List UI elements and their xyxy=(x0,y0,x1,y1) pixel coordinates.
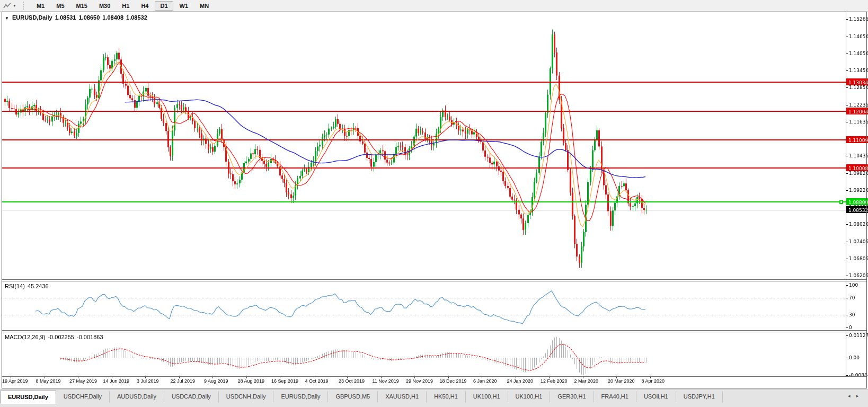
chart-tab-audusd-daily[interactable]: AUDUSD,Daily xyxy=(110,391,164,402)
collapse-chart-icon[interactable]: ▼ xyxy=(5,16,9,21)
chart-tab-usdcad-daily[interactable]: USDCAD,Daily xyxy=(164,391,219,402)
toolbar-grip xyxy=(23,2,26,10)
quote-high: 1.08650 xyxy=(78,14,100,21)
timeframe-button-mn[interactable]: MN xyxy=(194,1,214,11)
line-studies-icon[interactable] xyxy=(3,2,12,10)
date-tick-label: 20 Mar 2020 xyxy=(608,378,635,384)
date-tick-label: 9 Aug 2019 xyxy=(204,378,228,384)
chart-symbol-label: EURUSD,Daily xyxy=(12,14,52,21)
date-tick-label: 2 Mar 2020 xyxy=(574,378,599,384)
date-tick-label: 8 May 2019 xyxy=(36,378,61,384)
chart-tab-bar: EURUSD,DailyUSDCHF,DailyAUDUSD,DailyUSDC… xyxy=(0,390,868,407)
macd-signal-value: -0.001863 xyxy=(77,334,103,340)
timeframe-toolbar: ▼ M1M5M15M30H1H4D1W1MN xyxy=(0,0,868,12)
chart-tab-uk100-h1[interactable]: UK100,H1 xyxy=(466,391,508,402)
rsi-indicator-label: RSI(14)45.2436 xyxy=(5,283,51,289)
date-tick-label: 28 Aug 2019 xyxy=(238,378,265,384)
rsi-name: RSI(14) xyxy=(5,283,25,289)
macd-main-value: -0.002255 xyxy=(48,334,74,340)
date-tick-label: 23 Oct 2019 xyxy=(339,378,365,384)
chart-tools-group: ▼ xyxy=(0,0,19,11)
timeframe-button-m5[interactable]: M5 xyxy=(51,1,69,11)
date-tick-label: 4 Oct 2019 xyxy=(305,378,329,384)
chart-tab-usoil-h1[interactable]: USOil,H1 xyxy=(636,391,676,402)
timeframe-button-m30[interactable]: M30 xyxy=(94,1,116,11)
quote-open: 1.08531 xyxy=(55,14,76,21)
chart-title: ▼EURUSD,Daily1.085311.086501.084081.0853… xyxy=(5,14,150,21)
quote-low: 1.08408 xyxy=(102,14,123,21)
date-tick-label: 6 Jan 2020 xyxy=(473,378,497,384)
date-tick-label: 18 Dec 2019 xyxy=(440,378,467,384)
date-tick-label: 29 Nov 2019 xyxy=(406,378,433,384)
tab-scroll-controls: ◄► xyxy=(847,394,864,399)
date-tick-label: 8 Apr 2020 xyxy=(642,378,665,384)
chart-tab-uk100-h1[interactable]: UK100,H1 xyxy=(508,391,551,402)
chart-tab-eurusd-daily[interactable]: EURUSD,Daily xyxy=(273,391,328,402)
chart-tab-gbpusd-m5[interactable]: GBPUSD,M5 xyxy=(328,391,378,402)
chart-tab-xauusd-h1[interactable]: XAUUSD,H1 xyxy=(378,391,427,402)
date-tick-label: 22 Jul 2019 xyxy=(171,378,196,384)
macd-indicator-label: MACD(12,26,9)-0.002255-0.001863 xyxy=(5,334,106,340)
rsi-value: 45.2436 xyxy=(28,283,49,289)
timeframe-buttons: M1M5M15M30H1H4D1W1MN xyxy=(31,0,215,11)
chart-tabs: EURUSD,DailyUSDCHF,DailyAUDUSD,DailyUSDC… xyxy=(0,390,723,404)
date-tick-label: 24 Jan 2020 xyxy=(507,378,534,384)
chart-tab-ger30-h1[interactable]: GER30,H1 xyxy=(550,391,594,402)
trading-app: { "toolbar": { "timeframe_buttons": ["M1… xyxy=(0,0,868,407)
date-tick-label: 27 May 2019 xyxy=(69,378,97,384)
scroll-tabs-left-icon[interactable]: ◄ xyxy=(847,394,855,399)
chart-tab-usdchf-daily[interactable]: USDCHF,Daily xyxy=(56,391,110,402)
date-tick-label: 14 Jun 2019 xyxy=(103,378,130,384)
date-axis: 19 Apr 20198 May 201927 May 201914 Jun 2… xyxy=(0,377,843,388)
timeframe-button-w1[interactable]: W1 xyxy=(174,1,194,11)
date-tick-label: 12 Feb 2020 xyxy=(541,378,568,384)
chart-tab-usdjpy-h1[interactable]: USDJPY,H1 xyxy=(676,391,723,402)
chart-window: ▼EURUSD,Daily1.085311.086501.084081.0853… xyxy=(0,12,868,389)
quote-close: 1.08532 xyxy=(126,14,147,21)
chart-canvas[interactable] xyxy=(0,12,868,389)
timeframe-button-h4[interactable]: H4 xyxy=(136,1,154,11)
chart-tab-eurusd-daily[interactable]: EURUSD,Daily xyxy=(0,391,56,404)
timeframe-button-m15[interactable]: M15 xyxy=(71,1,93,11)
chart-tab-hk50-h1[interactable]: HK50,H1 xyxy=(427,391,466,402)
timeframe-button-d1[interactable]: D1 xyxy=(155,1,173,11)
macd-name: MACD(12,26,9) xyxy=(5,334,45,340)
scroll-tabs-right-icon[interactable]: ► xyxy=(855,394,864,399)
timeframe-button-h1[interactable]: H1 xyxy=(117,1,135,11)
date-tick-label: 3 Jul 2019 xyxy=(137,378,159,384)
date-tick-label: 11 Nov 2019 xyxy=(373,378,399,384)
chart-tab-fra40-h1[interactable]: FRA40,H1 xyxy=(594,391,636,402)
timeframe-button-m1[interactable]: M1 xyxy=(31,1,50,11)
chart-tab-usdcnh-daily[interactable]: USDCNH,Daily xyxy=(219,391,274,402)
date-tick-label: 19 Apr 2019 xyxy=(2,378,28,384)
chevron-down-icon[interactable]: ▼ xyxy=(13,4,16,7)
date-tick-label: 16 Sep 2019 xyxy=(271,378,298,384)
